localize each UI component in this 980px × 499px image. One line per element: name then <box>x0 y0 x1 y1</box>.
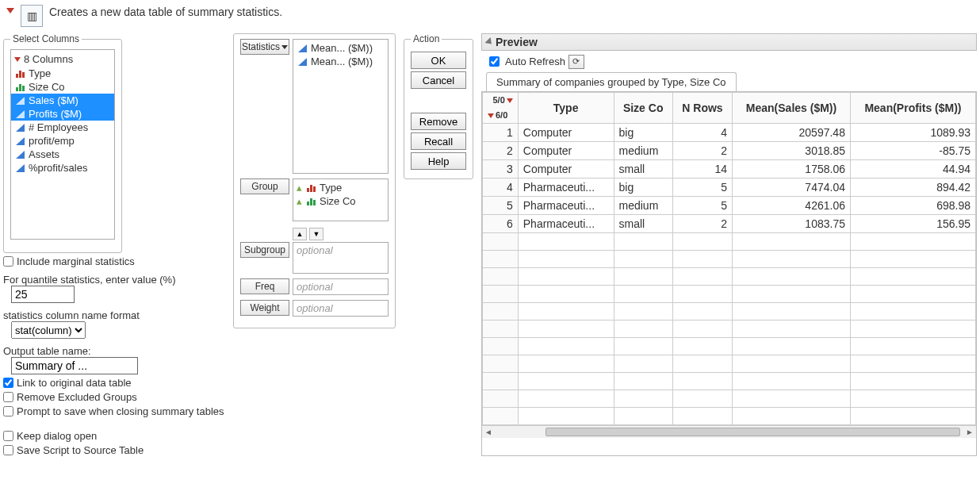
recall-button[interactable]: Recall <box>411 132 466 150</box>
disclosure-icon[interactable] <box>484 37 494 47</box>
quantile-input[interactable] <box>11 286 75 303</box>
freq-box[interactable]: optional <box>293 278 389 295</box>
ok-button[interactable]: OK <box>411 52 466 69</box>
quantile-label: For quantile statistics, enter value (%) <box>3 274 225 286</box>
auto-refresh-checkbox[interactable] <box>489 56 500 67</box>
header-row: ▥ Creates a new data table of summary st… <box>3 3 977 33</box>
prompt-save-label: Prompt to save when closing summary tabl… <box>17 405 224 417</box>
output-name-label: Output table name: <box>3 345 225 357</box>
column-item[interactable]: Assets <box>11 148 114 161</box>
freq-button[interactable]: Freq <box>240 278 289 294</box>
disclosure-icon[interactable] <box>507 98 513 103</box>
save-script-checkbox[interactable] <box>3 445 13 455</box>
table-row[interactable]: 6Pharmaceuti...small21083.75156.95 <box>483 215 976 233</box>
table-row[interactable]: 4Pharmaceuti...big57474.04894.42 <box>483 178 976 197</box>
auto-refresh-label: Auto Refresh <box>505 56 565 67</box>
column-item[interactable]: %profit/sales <box>11 161 114 175</box>
table-row <box>483 321 976 338</box>
table-row <box>483 355 976 373</box>
columns-listbox[interactable]: 8 Columns TypeSize CoSales ($M)Profits (… <box>10 49 115 240</box>
colname-format-label: statistics column name format <box>3 309 225 321</box>
column-item[interactable]: profit/emp <box>11 134 114 148</box>
subgroup-box[interactable]: optional <box>293 242 389 274</box>
scrollbar-thumb[interactable] <box>546 428 960 436</box>
statistics-button[interactable]: Statistics <box>240 39 289 55</box>
help-button[interactable]: Help <box>411 152 466 170</box>
description-text: Creates a new data table of summary stat… <box>49 5 282 19</box>
disclosure-icon[interactable] <box>488 113 494 118</box>
table-row[interactable]: 2Computermedium23018.85-85.75 <box>483 142 976 160</box>
cols-count: 5/0 <box>492 95 504 106</box>
keep-open-label: Keep dialog open <box>17 430 97 442</box>
link-label: Link to original data table <box>17 377 132 389</box>
table-row <box>483 251 976 268</box>
table-row <box>483 286 976 303</box>
group-button[interactable]: Group <box>240 178 289 194</box>
table-row[interactable]: 3Computersmall141758.0644.94 <box>483 160 976 178</box>
cancel-button[interactable]: Cancel <box>411 71 466 89</box>
preview-table[interactable]: 5/0 6/0 Type Size Co N Rows Mean(Sales (… <box>482 92 976 425</box>
table-row <box>483 233 976 251</box>
col-header-type[interactable]: Type <box>518 93 614 124</box>
table-row <box>483 373 976 390</box>
move-down-button[interactable]: ▼ <box>309 228 323 240</box>
col-header-meanprofits[interactable]: Mean(Profits ($M)) <box>850 93 975 124</box>
weight-button[interactable]: Weight <box>240 300 289 316</box>
col-header-sizeco[interactable]: Size Co <box>614 93 672 124</box>
disclosure-icon[interactable] <box>14 57 21 62</box>
remove-excluded-label: Remove Excluded Groups <box>17 391 137 403</box>
output-name-input[interactable] <box>11 357 138 374</box>
summary-icon: ▥ <box>21 5 43 27</box>
table-row <box>483 390 976 408</box>
remove-excluded-checkbox[interactable] <box>3 392 13 402</box>
table-row <box>483 303 976 321</box>
columns-count: 8 Columns <box>24 53 73 65</box>
col-header-meansales[interactable]: Mean(Sales ($M)) <box>733 93 851 124</box>
select-columns-legend: Select Columns <box>10 33 82 44</box>
column-item[interactable]: Size Co <box>11 80 114 94</box>
table-row <box>483 338 976 355</box>
select-columns-panel: Select Columns 8 Columns TypeSize CoSale… <box>3 33 122 253</box>
keep-open-checkbox[interactable] <box>3 431 13 441</box>
table-row[interactable]: 5Pharmaceuti...medium54261.06698.98 <box>483 197 976 215</box>
column-item[interactable]: Profits ($M) <box>11 107 114 121</box>
col-header-nrows[interactable]: N Rows <box>672 93 732 124</box>
refresh-button[interactable]: ⟳ <box>568 55 584 69</box>
column-item[interactable]: # Employees <box>11 121 114 134</box>
disclosure-icon[interactable] <box>6 8 14 13</box>
scroll-right-icon[interactable]: ► <box>963 426 976 438</box>
column-item[interactable]: Type <box>11 67 114 80</box>
include-marginal-checkbox[interactable] <box>3 256 13 267</box>
prompt-save-checkbox[interactable] <box>3 406 13 416</box>
remove-button[interactable]: Remove <box>411 113 466 130</box>
rows-count: 6/0 <box>496 110 507 121</box>
cast-panel: Statistics Mean... ($M))Mean... ($M)) Gr… <box>233 33 396 328</box>
subgroup-button[interactable]: Subgroup <box>240 242 289 258</box>
save-script-label: Save Script to Source Table <box>17 444 144 456</box>
weight-box[interactable]: optional <box>293 300 389 317</box>
link-checkbox[interactable] <box>3 378 13 388</box>
column-item[interactable]: Sales ($M) <box>11 94 114 107</box>
action-legend: Action <box>411 33 442 44</box>
table-row[interactable]: 1Computerbig420597.481089.93 <box>483 124 976 142</box>
preview-panel: Preview Auto Refresh ⟳ Summary of compan… <box>481 33 977 456</box>
table-row <box>483 268 976 286</box>
action-panel: Action OK Cancel Remove Recall Help <box>404 33 473 179</box>
chevron-down-icon <box>281 45 288 49</box>
include-marginal-label: Include marginal statistics <box>17 255 135 267</box>
table-row <box>483 408 976 425</box>
scroll-left-icon[interactable]: ◄ <box>482 426 495 438</box>
preview-tab[interactable]: Summary of companies grouped by Type, Si… <box>486 72 737 91</box>
statistics-box[interactable]: Mean... ($M))Mean... ($M)) <box>293 39 389 174</box>
move-up-button[interactable]: ▲ <box>293 228 307 240</box>
preview-title: Preview <box>496 36 538 48</box>
horizontal-scrollbar[interactable]: ◄ ► <box>482 425 976 438</box>
group-box[interactable]: ▴Type▴Size Co <box>293 178 389 221</box>
colname-format-select[interactable]: stat(column) <box>11 321 86 339</box>
